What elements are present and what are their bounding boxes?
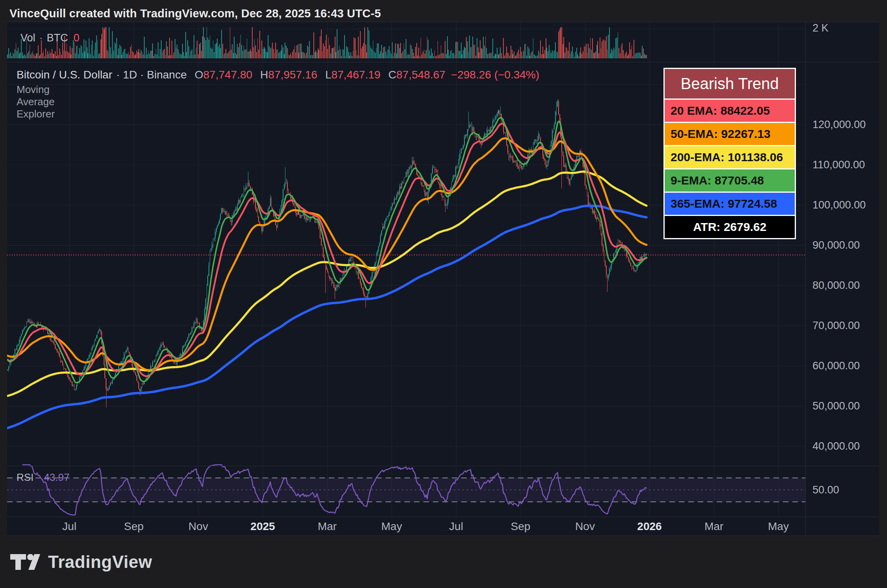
time-axis-month-label: Jul [62, 520, 76, 533]
price-axis-label: 80,000.00 [812, 279, 860, 292]
low-label: L [325, 69, 332, 81]
tradingview-logo-icon [10, 554, 40, 570]
time-axis-year-label: 2025 [250, 520, 275, 533]
legend-row: 20 EMA: 88422.05 [665, 100, 795, 122]
time-axis-month-label: Mar [318, 520, 337, 533]
ma-explorer-legend-panel: Bearish Trend 20 EMA: 88422.0550-EMA: 92… [663, 68, 796, 239]
price-axis-label: 120,000.00 [812, 119, 866, 131]
volume-pane-separator[interactable] [7, 62, 879, 62]
legend-row: 9-EMA: 87705.48 [665, 169, 795, 192]
rsi-value: 43.97 [44, 471, 69, 483]
time-axis-month-label: Mar [704, 520, 723, 533]
price-axis-label: 70,000.00 [812, 320, 860, 332]
price-axis-label: 60,000.00 [812, 360, 860, 372]
price-axis-label: 100,000.00 [812, 199, 866, 211]
time-axis-month-label: Nov [575, 520, 595, 533]
separator-dot: · [39, 32, 43, 44]
rsi-label: RSI [17, 471, 34, 483]
rsi-legend[interactable]: RSI43.97 [17, 471, 69, 484]
chart-top-border [7, 22, 879, 22]
symbol-meta: · 1D · Binance [116, 69, 187, 81]
volume-label: Vol [20, 32, 35, 44]
time-axis-month-label: May [381, 520, 402, 533]
time-axis-year-label: 2026 [637, 520, 662, 533]
price-axis-label: 110,000.00 [812, 159, 865, 171]
legend-row: 365-EMA: 97724.58 [665, 193, 795, 215]
rsi-axis-label: 50.00 [812, 484, 839, 496]
open-value: 87,747.80 [203, 69, 253, 81]
high-value: 87,957.16 [268, 69, 317, 81]
low-value: 87,467.19 [331, 69, 380, 81]
indicator-name[interactable]: Moving Average Explorer [17, 84, 55, 120]
legend-row: 50-EMA: 92267.13 [665, 123, 795, 145]
time-axis-month-label: Jul [449, 520, 463, 533]
legend-rows: 20 EMA: 88422.0550-EMA: 92267.13200-EMA:… [665, 100, 795, 238]
volume-value: 0 [74, 32, 80, 44]
tradingview-brand-text: TradingView [48, 552, 152, 572]
time-axis-month-label: Sep [511, 520, 531, 533]
volume-axis-label: 2 K [812, 22, 829, 34]
time-axis-month-label: Sep [124, 520, 144, 533]
time-axis-month-label: Nov [188, 520, 208, 533]
open-label: O [195, 69, 203, 81]
symbol-name: Bitcoin / U.S. Dollar [17, 69, 112, 81]
close-label: C [388, 69, 396, 81]
volume-legend: Vol·BTC0 [20, 32, 80, 44]
header-bar: VinceQuill created with TradingView.com,… [0, 0, 887, 22]
tradingview-logo: TradingView [10, 551, 152, 573]
trend-status-label: Bearish Trend [665, 69, 795, 99]
volume-symbol: BTC [47, 32, 68, 44]
price-axis[interactable]: USD 87,548.67 02:16:10 [805, 22, 879, 536]
legend-row: ATR: 2679.62 [665, 216, 795, 238]
legend-row: 200-EMA: 101138.06 [665, 146, 795, 168]
price-axis-label: 40,000.00 [812, 440, 860, 452]
close-value: 87,548.67 [396, 69, 445, 81]
time-axis-month-label: May [768, 520, 789, 533]
price-axis-label: 90,000.00 [812, 239, 860, 251]
high-label: H [260, 69, 268, 81]
time-axis[interactable]: JulSepNov2025MarMayJulSepNov2026MarMay [7, 517, 805, 536]
symbol-ohlc-line[interactable]: Bitcoin / U.S. Dollar· 1D · BinanceO87,7… [17, 69, 539, 81]
rsi-pane-separator[interactable] [7, 466, 879, 466]
attribution-title: VinceQuill created with TradingView.com,… [9, 7, 381, 20]
price-axis-label: 50,000.00 [812, 400, 860, 412]
change-value: −298.26 (−0.34%) [451, 69, 539, 81]
